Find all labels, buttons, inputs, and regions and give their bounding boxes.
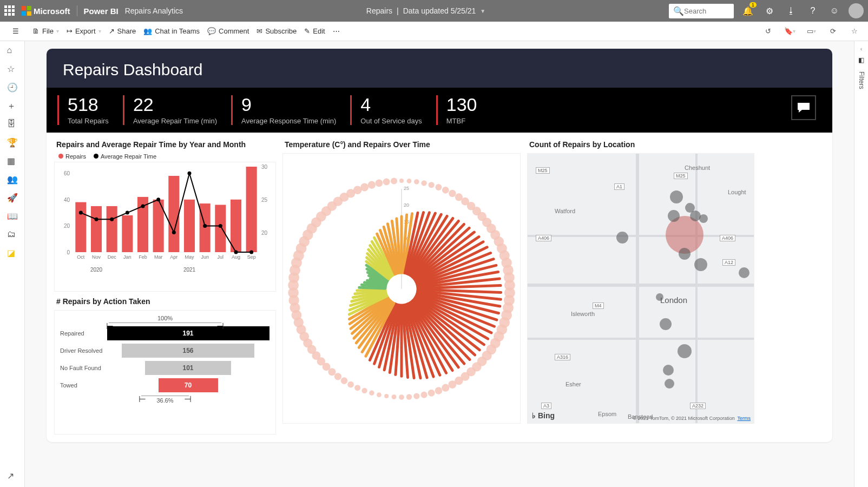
edit-button[interactable]: ✎ Edit — [304, 27, 325, 35]
user-avatar[interactable] — [849, 3, 864, 18]
svg-point-235 — [391, 177, 397, 184]
svg-point-153 — [377, 392, 382, 397]
tile-combo-chart[interactable]: Repairs and Average Repair Time by Year … — [54, 140, 276, 292]
hamburger-icon[interactable]: ☰ — [12, 27, 19, 35]
divider — [77, 5, 77, 16]
svg-point-133 — [448, 380, 456, 389]
map-bubble — [616, 232, 628, 244]
svg-text:May: May — [185, 254, 194, 260]
svg-text:Oct: Oct — [77, 254, 85, 260]
tile-radial[interactable]: Temperature (C°) and Repairs Over Time 0… — [282, 138, 521, 435]
expand-icon[interactable]: ↗ — [7, 471, 18, 482]
svg-point-143 — [413, 393, 419, 399]
svg-text:2020: 2020 — [90, 267, 103, 273]
svg-rect-2 — [22, 11, 26, 16]
report-frame: Repairs Dashboard 518 Total Repairs 22 A… — [47, 49, 832, 442]
refresh-icon[interactable]: ⟳ — [826, 24, 840, 38]
goals-icon[interactable]: 🏆 — [7, 137, 18, 148]
subscribe-button[interactable]: ✉ Subscribe — [257, 27, 297, 35]
search-icon: 🔍 — [673, 6, 684, 16]
search-input[interactable] — [684, 7, 727, 15]
filters-pane-icon[interactable]: ◧ — [858, 56, 864, 64]
svg-point-151 — [384, 394, 389, 398]
bing-logo: ♭ Bing — [532, 411, 555, 420]
report-comment-icon[interactable] — [791, 95, 816, 120]
svg-text:20: 20 — [64, 223, 70, 229]
radial-chart: 0510152025 — [283, 154, 520, 419]
workspace-name[interactable]: Repairs Analytics — [125, 6, 183, 15]
svg-point-139 — [428, 390, 435, 397]
svg-text:Sep: Sep — [247, 254, 256, 260]
feedback-button[interactable]: ☺ — [827, 3, 842, 18]
data-updated-label[interactable]: Data updated 5/25/21 — [403, 6, 476, 15]
notifications-button[interactable]: 🔔 1 — [740, 3, 755, 18]
kpi-avg-response-time: 9 Average Response Time (min) — [231, 95, 345, 125]
tile-map[interactable]: Count of Repairs by Location Watford Che… — [527, 138, 754, 435]
action-row-towed: Towed 70 — [60, 378, 270, 392]
file-menu[interactable]: 🗎 File ▾ — [32, 27, 59, 35]
svg-rect-11 — [75, 202, 86, 252]
svg-text:Jan: Jan — [123, 254, 131, 260]
app-launcher-icon[interactable] — [4, 5, 15, 16]
apps-icon[interactable]: ▦ — [7, 156, 18, 167]
search-box[interactable]: 🔍 — [669, 4, 734, 18]
chevron-down-icon[interactable]: ▼ — [480, 8, 485, 14]
comment-button[interactable]: 💬 Comment — [207, 27, 249, 35]
svg-rect-31 — [231, 200, 241, 252]
svg-rect-15 — [107, 206, 117, 252]
help-button[interactable]: ? — [805, 3, 820, 18]
filters-label[interactable]: Filters — [858, 71, 865, 89]
left-nav: ⌂ ☆ 🕘 ＋ 🗄 🏆 ▦ 👥 🚀 📖 🗂 ◪ ↗ — [0, 41, 25, 487]
recent-icon[interactable]: 🕘 — [7, 82, 18, 93]
left-col: Repairs and Average Repair Time by Year … — [54, 138, 276, 435]
svg-text:40: 40 — [64, 197, 70, 203]
current-workspace-icon[interactable]: ◪ — [7, 248, 18, 259]
chat-teams-button[interactable]: 👥 Chat in Teams — [143, 27, 200, 35]
svg-point-69 — [442, 187, 449, 194]
share-button[interactable]: ↗ Share — [109, 27, 136, 35]
map-bubble — [665, 379, 674, 389]
breadcrumb-sep: | — [397, 6, 399, 15]
chevron-left-icon[interactable]: ‹ — [860, 45, 863, 52]
svg-text:Nov: Nov — [92, 254, 101, 260]
map-bubble — [685, 203, 695, 213]
svg-text:Mar: Mar — [154, 254, 163, 260]
more-menu[interactable]: ⋯ — [333, 27, 340, 35]
svg-rect-25 — [184, 200, 195, 252]
svg-rect-29 — [215, 205, 226, 252]
combo-legend: Repairs Average Repair Time — [58, 153, 276, 160]
home-icon[interactable]: ⌂ — [7, 45, 18, 56]
export-menu[interactable]: ↦ Export ▾ — [67, 27, 101, 35]
reset-icon[interactable]: ↺ — [761, 24, 775, 38]
svg-point-159 — [354, 385, 360, 391]
svg-text:30: 30 — [261, 164, 268, 170]
action-row-driver: Driver Resolved 156 — [60, 344, 270, 358]
svg-text:Dec: Dec — [108, 254, 117, 260]
deploy-icon[interactable]: 🚀 — [7, 193, 18, 203]
svg-point-59 — [407, 179, 412, 183]
workspaces-icon[interactable]: 🗂 — [7, 229, 18, 240]
view-icon[interactable]: ▭▾ — [804, 24, 818, 38]
breadcrumb-page[interactable]: Repairs — [366, 6, 392, 15]
map[interactable]: Watford Cheshunt Lought London Isleworth… — [527, 153, 754, 424]
brand-label: Microsoft — [34, 6, 70, 16]
svg-point-71 — [449, 190, 456, 197]
bookmark-icon[interactable]: 🔖▾ — [782, 24, 797, 38]
map-bubble — [694, 258, 707, 271]
settings-button[interactable]: ⚙ — [762, 3, 777, 18]
learn-icon[interactable]: 📖 — [7, 211, 18, 222]
svg-point-141 — [421, 392, 428, 398]
shared-icon[interactable]: 👥 — [7, 174, 18, 185]
create-icon[interactable]: ＋ — [7, 101, 18, 111]
svg-point-165 — [334, 373, 341, 380]
map-terms-link[interactable]: Terms — [738, 416, 751, 421]
favorite-icon[interactable]: ☆ — [847, 24, 862, 38]
favorites-icon[interactable]: ☆ — [7, 64, 18, 75]
svg-rect-3 — [27, 11, 31, 16]
map-bubble — [739, 267, 749, 278]
download-button[interactable]: ⭳ — [784, 3, 799, 18]
tile-actions[interactable]: # Repairs by Action Taken 100% ⊢⊣ Repair… — [54, 297, 276, 435]
datasets-icon[interactable]: 🗄 — [7, 119, 18, 130]
svg-point-145 — [406, 394, 412, 399]
svg-point-63 — [421, 180, 426, 186]
